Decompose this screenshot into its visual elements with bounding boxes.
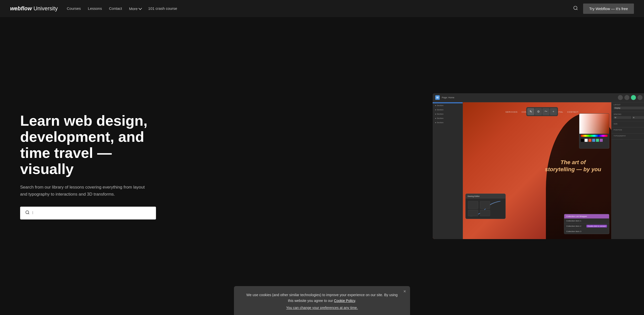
- site-nav-services: SERVICES: [505, 111, 517, 113]
- right-panel-spacing: Spacing W H: [612, 112, 644, 121]
- chevron-down-icon: [138, 7, 142, 10]
- cookie-policy-link[interactable]: Cookie Policy: [334, 299, 355, 303]
- svg-line-3: [28, 213, 29, 214]
- nav-item-courses[interactable]: Courses: [67, 6, 81, 11]
- nav-link-crash-course[interactable]: 101 crash course: [148, 6, 177, 11]
- cookie-change-link[interactable]: You can change your preferences at any t…: [286, 306, 358, 310]
- swatch-white: [585, 139, 588, 142]
- nav-item-lessons[interactable]: Lessons: [88, 6, 102, 11]
- topbar-dot-2: [624, 95, 629, 100]
- easing-panel: Easing Editor: [465, 194, 506, 219]
- toolbar-btn-wave[interactable]: 〜: [542, 108, 549, 115]
- nav-link-lessons[interactable]: Lessons: [88, 6, 102, 11]
- art-line-1: The art of: [545, 159, 601, 166]
- nav-link-contact[interactable]: Contact: [109, 6, 122, 11]
- nav-item-contact[interactable]: Contact: [109, 6, 122, 11]
- color-gradient: [579, 114, 609, 134]
- search-icon-hero: [25, 210, 30, 216]
- svg-rect-6: [480, 201, 490, 209]
- navigator-panel: Navigator ▸ Navbar ▸ Section ▸ Section ▸…: [433, 93, 463, 239]
- nav-item-section-2: ▸ Section: [433, 108, 463, 112]
- right-panel-size-label: Size: [614, 123, 644, 125]
- search-icon[interactable]: [573, 6, 578, 12]
- right-panel-display: Display: [614, 107, 644, 109]
- right-panel-layout: Layout Display: [612, 102, 644, 112]
- color-spectrum: [581, 135, 608, 137]
- right-panel-spacing-row: W H: [614, 116, 644, 119]
- nav-item-section-4: ▸ Section: [433, 116, 463, 120]
- easing-header: Easing Editor: [466, 194, 505, 199]
- hero-section: Learn web design, development, and time …: [0, 17, 644, 315]
- right-panel-layout-row: Display: [614, 107, 644, 109]
- nav-item-section-3: ▸ Section: [433, 112, 463, 116]
- svg-rect-5: [468, 210, 478, 216]
- try-webflow-button[interactable]: Try Webflow — it's free: [583, 4, 634, 14]
- svg-line-1: [577, 9, 578, 10]
- collection-header-label: Collection List Wrapper: [566, 215, 587, 217]
- toolbar-btn-add[interactable]: ＋: [550, 108, 557, 115]
- search-input[interactable]: [32, 211, 151, 215]
- topbar-controls: [618, 95, 644, 100]
- right-panel-spacing-label: Spacing: [614, 113, 644, 115]
- topbar-dot-4: [637, 95, 642, 100]
- logo-brand: webflow: [10, 5, 32, 12]
- svg-point-0: [574, 6, 577, 9]
- cookie-close-button[interactable]: ×: [403, 289, 406, 294]
- color-swatches: [579, 138, 609, 143]
- right-panel-position: Position: [612, 127, 644, 133]
- nav-item-section-5: ▸ Section: [433, 120, 463, 125]
- search-bar[interactable]: [20, 207, 156, 219]
- floating-toolbar: ✎ ⚙ 〜 ＋: [526, 107, 558, 116]
- collection-item-1: Collection Item 1: [564, 218, 609, 223]
- cookie-main-text: We use cookies (and other similar techno…: [244, 292, 400, 303]
- right-panel-typography-label: Typography: [614, 135, 644, 137]
- topbar-logo: W: [435, 95, 440, 100]
- svg-rect-7: [480, 210, 490, 216]
- nav-link-more[interactable]: More: [129, 7, 141, 11]
- nav-right: Try Webflow — it's free: [573, 4, 634, 14]
- right-panel-position-label: Position: [614, 129, 644, 131]
- swatch-purple: [600, 139, 603, 142]
- right-panel-size: Size: [612, 121, 644, 127]
- webflow-ui-mockup: W Page: Home ✎ ⚙ 〜 ＋: [433, 93, 644, 239]
- swatch-red: [588, 139, 591, 142]
- hero-subtitle: Search from our library of lessons cover…: [20, 184, 146, 197]
- collection-connect-btn[interactable]: Double-click to connect: [586, 225, 607, 228]
- nav-left: webflow University Courses Lessons Conta…: [10, 5, 177, 12]
- nav-item-crash-course[interactable]: 101 crash course: [148, 6, 177, 11]
- logo-university: University: [32, 5, 58, 12]
- toolbar-btn-pencil[interactable]: ✎: [527, 108, 534, 115]
- svg-point-2: [26, 211, 29, 214]
- collection-header: Collection List Wrapper: [564, 214, 609, 218]
- hero-mockup: W Page: Home ✎ ⚙ 〜 ＋: [433, 93, 644, 239]
- main-nav: webflow University Courses Lessons Conta…: [0, 0, 644, 17]
- hero-title: Learn web design, development, and time …: [20, 113, 156, 177]
- swatch-blue: [592, 139, 595, 142]
- cookie-banner: × We use cookies (and other similar tech…: [234, 286, 410, 315]
- art-line-2: storytelling — by you: [545, 166, 601, 173]
- svg-rect-4: [468, 201, 478, 209]
- nav-link-courses[interactable]: Courses: [67, 6, 81, 11]
- right-panel-layout-label: Layout: [614, 104, 644, 106]
- art-storytelling-text: The art of storytelling — by you: [545, 159, 601, 173]
- color-panel: [579, 113, 609, 149]
- logo[interactable]: webflow University: [10, 5, 58, 12]
- topbar-dot-1: [618, 95, 623, 100]
- nav-item-section-1: ▸ Section: [433, 103, 463, 108]
- collection-item-3: Collection Item 3: [564, 229, 609, 234]
- right-panel-typography: Typography: [612, 133, 644, 140]
- right-panel-margin: W: [614, 116, 631, 119]
- topbar-dot-green: [631, 95, 636, 100]
- topbar-breadcrumb: Page: Home: [442, 96, 454, 99]
- nav-links: Courses Lessons Contact More 101 crash c…: [67, 6, 177, 11]
- nav-item-more[interactable]: More: [129, 7, 141, 11]
- easing-canvas: [466, 199, 505, 219]
- swatch-black: [581, 139, 584, 142]
- site-nav-contact: CONTACT: [567, 111, 579, 113]
- hero-content: Learn web design, development, and time …: [0, 113, 156, 219]
- swatch-green: [596, 139, 599, 142]
- right-panel: Layout Display Spacing W H Size: [611, 102, 644, 239]
- collection-item-2: Collection Item 2 Double-click to connec…: [564, 223, 609, 229]
- mockup-topbar: W Page: Home: [433, 93, 644, 102]
- toolbar-btn-gear[interactable]: ⚙: [535, 108, 542, 115]
